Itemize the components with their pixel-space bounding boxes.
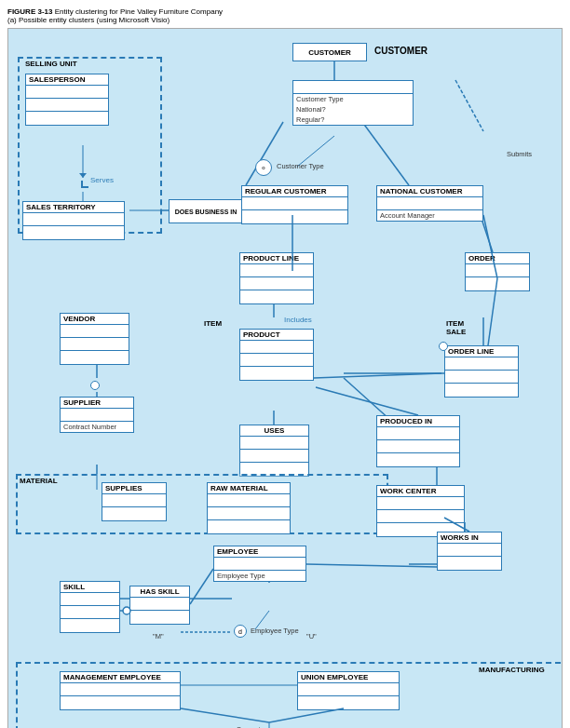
- svg-line-41: [314, 373, 441, 378]
- m-label: "M": [153, 632, 164, 640]
- produced-in-title: PRODUCED IN: [377, 416, 459, 427]
- has-skill-title: HAS SKILL: [130, 586, 189, 598]
- raw-material-entity: RAW MATERIAL: [207, 482, 291, 534]
- uses-title: USES: [240, 425, 308, 437]
- order-title: ORDER: [466, 253, 529, 264]
- manufacturing-label: MANUFACTURING: [479, 666, 545, 674]
- customer-cluster-box: CUSTOMER: [292, 43, 367, 61]
- supplier-title: SUPPLIER: [61, 398, 133, 409]
- national-attr: National?: [293, 104, 413, 115]
- order-line-entity: ORDER LINE: [444, 345, 519, 398]
- work-center-entity: WORK CENTER: [376, 485, 465, 537]
- order-line-title: ORDER LINE: [445, 346, 518, 357]
- order-entity: ORDER: [465, 252, 530, 291]
- regular-customer-title: REGULAR CUSTOMER: [242, 186, 347, 197]
- salesperson-entity: SALESPERSON: [25, 74, 109, 126]
- does-business-in-rel: DOES BUSINESS IN: [169, 199, 243, 223]
- customer-box-label: CUSTOMER: [308, 48, 351, 57]
- sales-territory-entity: SALES TERRITORY: [22, 201, 125, 240]
- employee-title: EMPLOYEE: [214, 546, 305, 558]
- vendor-title: VENDOR: [61, 314, 129, 325]
- salesperson-title: SALESPERSON: [26, 74, 108, 86]
- svg-line-35: [190, 569, 213, 604]
- customer-type-oval: o: [255, 159, 272, 176]
- item-sale-label: ITEMSALE: [446, 319, 466, 336]
- raw-material-title: RAW MATERIAL: [208, 483, 290, 494]
- diagram-area: SELLING UNIT SALESPERSON Serves SALES TE…: [7, 28, 563, 728]
- includes-label: Includes: [284, 316, 312, 324]
- skill-title: SKILL: [61, 582, 119, 593]
- product-line-entity: PRODUCT LINE: [239, 252, 314, 304]
- customer-type-attr1: Customer Type: [293, 94, 413, 104]
- regular-customer-entity: REGULAR CUSTOMER: [241, 185, 348, 224]
- figure-description: Entity clustering for Pine Valley Furnit…: [55, 7, 223, 16]
- customer-main-label: CUSTOMER: [374, 46, 428, 56]
- figure-subtitle: (a) Possible entity clusters (using Micr…: [7, 16, 170, 24]
- contract-number-attr: Contract Number: [61, 422, 133, 432]
- svg-line-37: [306, 564, 437, 567]
- svg-line-19: [344, 378, 390, 420]
- material-cluster: [16, 474, 388, 534]
- employee-type-attr: Employee Type: [214, 571, 305, 581]
- product-title: PRODUCT: [240, 330, 313, 341]
- item-label: ITEM: [204, 319, 222, 328]
- vendor-circle: [90, 381, 100, 390]
- svg-line-4: [455, 80, 483, 131]
- employee-type-label: Employee Type: [251, 627, 299, 635]
- figure-number: FIGURE 3-13: [7, 7, 52, 16]
- serves-connector: [81, 181, 88, 188]
- order-line-circle: [439, 342, 448, 351]
- management-employee-entity: MANAGEMENT EMPLOYEE: [60, 671, 181, 710]
- material-label: MATERIAL: [20, 477, 58, 485]
- serves-arrow: [79, 173, 87, 178]
- work-center-title: WORK CENTER: [377, 486, 464, 497]
- product-entity: PRODUCT: [239, 329, 314, 381]
- uses-rel: USES: [239, 425, 309, 477]
- national-customer-entity: NATIONAL CUSTOMER Account Manager: [376, 185, 483, 222]
- svg-line-44: [316, 387, 418, 415]
- management-employee-title: MANAGEMENT EMPLOYEE: [61, 672, 180, 683]
- account-manager-attr: Account Manager: [377, 210, 482, 221]
- product-line-title: PRODUCT LINE: [240, 253, 313, 264]
- does-business-label: DOES BUSINESS IN: [175, 209, 238, 215]
- vendor-entity: VENDOR: [60, 313, 129, 365]
- svg-line-2: [362, 122, 409, 185]
- supplier-entity: SUPPLIER Contract Number: [60, 397, 134, 433]
- has-skill-rel: HAS SKILL: [129, 586, 190, 625]
- page: FIGURE 3-13 Entity clustering for Pine V…: [0, 0, 570, 728]
- employee-entity: EMPLOYEE Employee Type: [213, 546, 306, 582]
- serves-label: Serves: [90, 176, 114, 184]
- works-in-entity: WORKS IN: [437, 532, 502, 571]
- selling-unit-label: SELLING UNIT: [25, 60, 77, 68]
- sales-territory-title: SALES TERRITORY: [23, 202, 124, 213]
- skill-entity: SKILL: [60, 581, 120, 633]
- customer-detail-entity: Customer Type National? Regular?: [292, 80, 414, 126]
- regular-attr: Regular?: [293, 115, 413, 125]
- u-label: "U": [306, 632, 317, 640]
- submits-label: Submits: [507, 150, 532, 158]
- produced-in-entity: PRODUCED IN: [376, 415, 460, 467]
- supplies-entity: SUPPLIES: [102, 482, 167, 521]
- union-employee-entity: UNION EMPLOYEE: [297, 671, 400, 710]
- employee-type-oval: d: [234, 625, 247, 638]
- national-customer-title: NATIONAL CUSTOMER: [377, 186, 482, 197]
- union-employee-title: UNION EMPLOYEE: [298, 672, 399, 683]
- figure-title: FIGURE 3-13 Entity clustering for Pine V…: [7, 7, 563, 24]
- customer-type-label: Customer Type: [277, 162, 324, 170]
- supplies-title: SUPPLIES: [102, 483, 166, 494]
- works-in-title: WORKS IN: [438, 533, 501, 544]
